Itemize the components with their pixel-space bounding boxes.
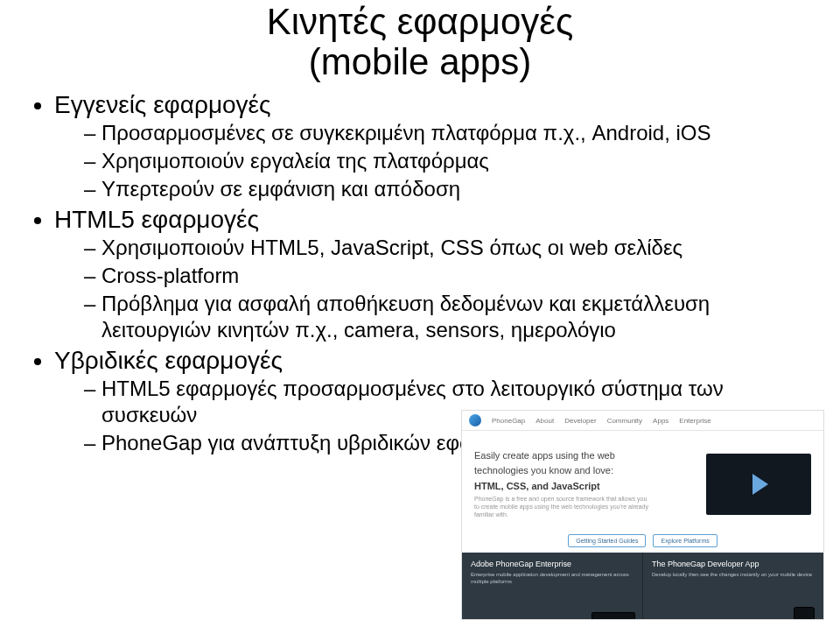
bullet-list: Εγγενείς εφαρμογές Προσαρμοσμένες σε συγ… [30, 89, 819, 456]
thumb-card-developer-app: The PhoneGap Developer App Develop local… [642, 553, 823, 620]
card-desc: Enterprise mobile application developmen… [471, 572, 634, 586]
card-desc: Develop locally then see the changes ins… [652, 572, 815, 579]
thumb-button-row: Getting Started Guides Explore Platforms [462, 534, 823, 553]
sub-item: Υπερτερούν σε εμφάνιση και απόδοση [84, 176, 819, 202]
nav-item: Community [607, 417, 642, 425]
card-title: The PhoneGap Developer App [652, 560, 815, 568]
slide-title: Κινητές εφαρμογές (mobile apps) [135, 2, 705, 82]
slide: Κινητές εφαρμογές (mobile apps) Εγγενείς… [0, 2, 840, 634]
laptop-icon [592, 612, 635, 620]
hero-tech: HTML, CSS, and JavaScript [474, 481, 696, 491]
sub-list: Χρησιμοποιούν HTML5, JavaScript, CSS όπω… [54, 235, 819, 343]
phone-icon [794, 607, 815, 620]
bullet-html5-apps: HTML5 εφαρμογές Χρησιμοποιούν HTML5, Jav… [54, 204, 819, 343]
thumb-hero: Easily create apps using the web technol… [462, 431, 823, 538]
nav-item: PhoneGap [492, 417, 525, 425]
phonegap-thumbnail: PhoneGap About Developer Community Apps … [461, 410, 824, 620]
sub-item: Πρόβλημα για ασφαλή αποθήκευση δεδομένων… [84, 291, 819, 343]
thumb-button: Explore Platforms [653, 534, 717, 547]
bullet-text: Υβριδικές εφαρμογές [54, 347, 283, 374]
sub-item: Cross-platform [84, 263, 819, 289]
nav-item: Apps [653, 417, 668, 425]
title-line-2: (mobile apps) [135, 42, 705, 82]
card-title: Adobe PhoneGap Enterprise [471, 560, 634, 568]
nav-item: Developer [564, 417, 596, 425]
sub-item: Χρησιμοποιούν HTML5, JavaScript, CSS όπω… [84, 235, 819, 261]
thumb-topbar: PhoneGap About Developer Community Apps … [462, 411, 823, 431]
phonegap-logo-icon [469, 414, 481, 426]
title-line-1: Κινητές εφαρμογές [135, 2, 705, 42]
bullet-text: Εγγενείς εφαρμογές [54, 91, 271, 118]
hero-line: technologies you know and love: [474, 465, 696, 477]
thumb-card-enterprise: Adobe PhoneGap Enterprise Enterprise mob… [462, 553, 642, 620]
nav-item: Enterprise [679, 417, 710, 425]
bullet-text: HTML5 εφαρμογές [54, 206, 259, 233]
thumb-hero-copy: Easily create apps using the web technol… [474, 450, 696, 519]
hero-line: Easily create apps using the web [474, 450, 696, 462]
thumb-cards: Adobe PhoneGap Enterprise Enterprise mob… [462, 553, 823, 620]
hero-sub: PhoneGap is a free and open source frame… [474, 495, 649, 518]
video-play-icon [706, 454, 811, 515]
sub-item: Χρησιμοποιούν εργαλεία της πλατφόρμας [84, 148, 819, 174]
bullet-native-apps: Εγγενείς εφαρμογές Προσαρμοσμένες σε συγ… [54, 89, 819, 202]
nav-item: About [536, 417, 554, 425]
sub-item: Προσαρμοσμένες σε συγκεκριμένη πλατφόρμα… [84, 120, 819, 146]
thumb-button: Getting Started Guides [568, 534, 646, 547]
sub-list: Προσαρμοσμένες σε συγκεκριμένη πλατφόρμα… [54, 120, 819, 202]
